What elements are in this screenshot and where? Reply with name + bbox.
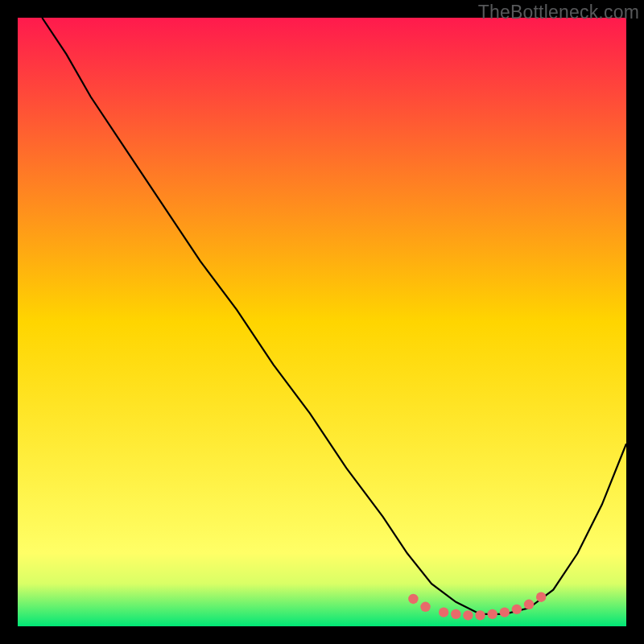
- plot-area: [18, 18, 626, 626]
- chart-svg: [18, 18, 626, 626]
- marker-dot: [420, 602, 430, 612]
- marker-dot: [463, 610, 473, 620]
- marker-dot: [451, 609, 460, 619]
- marker-dot: [487, 609, 497, 619]
- marker-dot: [439, 607, 448, 617]
- marker-dot: [524, 600, 534, 609]
- marker-dot: [512, 605, 522, 614]
- marker-dot: [475, 610, 485, 620]
- gradient-background: [18, 18, 626, 626]
- watermark-text: TheBottleneck.com: [478, 2, 639, 23]
- marker-dot: [408, 594, 418, 604]
- marker-dot: [500, 607, 510, 617]
- marker-dot: [536, 592, 546, 602]
- chart-frame: TheBottleneck.com: [0, 0, 644, 644]
